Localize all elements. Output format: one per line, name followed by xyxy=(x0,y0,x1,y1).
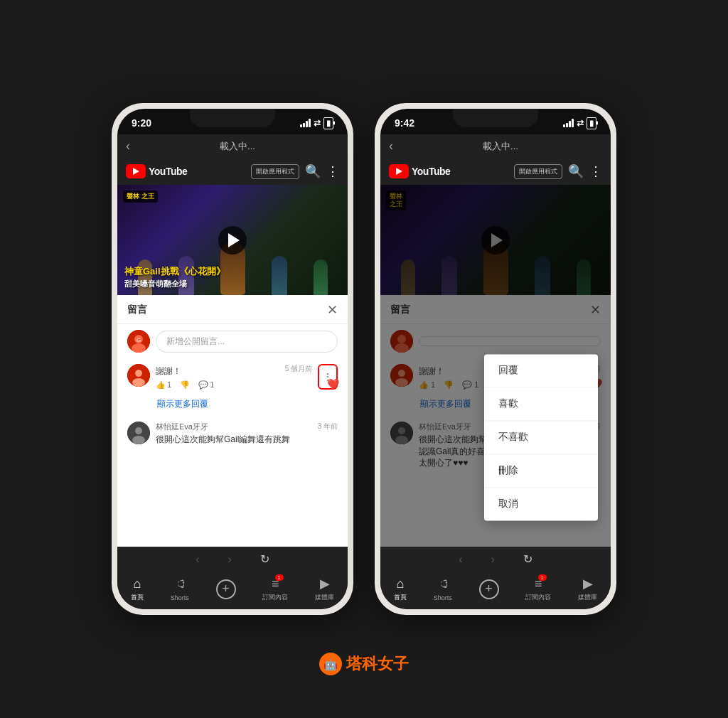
context-menu-reply[interactable]: 回覆 xyxy=(484,354,598,387)
svg-point-6 xyxy=(132,378,145,387)
browser-bar-right: ‹ 載入中... xyxy=(380,134,611,158)
close-comments-left[interactable]: ✕ xyxy=(327,302,338,318)
nav-library-right[interactable]: ▶ 媒體庫 xyxy=(578,576,597,602)
comment-time-1-left: 5 個月前 xyxy=(285,364,312,374)
comment-text-2-left: 很開心這次能夠幫Gail編舞還有跳舞 xyxy=(156,434,338,446)
watermark: 🤖 塔科女子 xyxy=(319,653,409,675)
comment-avatar-1-left xyxy=(127,364,150,387)
show-more-replies-left[interactable]: 顯示更多回覆 xyxy=(117,395,348,416)
play-icon-left xyxy=(133,168,139,175)
comment-item-2-left: 林怡廷Eva牙牙 3 年前 很開心這次能夠幫Gail編舞還有跳舞 xyxy=(117,416,348,451)
play-icon-right xyxy=(396,168,402,175)
show-logo-right: 聲林之王 xyxy=(386,191,406,210)
reply-action-left[interactable]: 💬 1 xyxy=(198,380,214,390)
nav-home-label-right: 首頁 xyxy=(394,593,407,602)
browser-forward-right[interactable]: › xyxy=(491,553,495,566)
svg-point-8 xyxy=(135,427,142,434)
status-time-left: 9:20 xyxy=(132,117,151,129)
video-area-right: 聲林之王 xyxy=(380,185,611,295)
browser-refresh-right[interactable]: ↻ xyxy=(523,552,532,566)
comments-section-left: 留言 ✕ G 新增公開留言... xyxy=(117,295,348,547)
subscription-badge-right: 1 xyxy=(538,574,547,581)
bottom-nav-right: ⌂ 首頁 Shorts + ≡ 1 訂閱內容 xyxy=(380,572,611,609)
comment-body-2-left: 林怡廷Eva牙牙 3 年前 很開心這次能夠幫Gail編舞還有跳舞 xyxy=(156,422,338,446)
search-icon-right[interactable]: 🔍 xyxy=(568,164,584,179)
library-icon-right: ▶ xyxy=(583,576,593,591)
shorts-icon-left xyxy=(173,577,186,593)
context-menu-dislike[interactable]: 不喜歡 xyxy=(484,421,598,454)
phone-right-screen: 9:42 ⇄ ▮ ‹ 載入 xyxy=(380,109,611,609)
shorts-icon-right xyxy=(437,577,449,593)
back-button-right[interactable]: ‹ xyxy=(389,139,393,154)
yt-logo-left: YouTube xyxy=(126,164,187,178)
subscriptions-icon-left: ≡ 1 xyxy=(272,577,279,591)
more-icon-left[interactable]: ⋮ xyxy=(326,164,339,179)
browser-back-left[interactable]: ‹ xyxy=(196,553,199,566)
nav-home-left[interactable]: ⌂ 首頁 xyxy=(131,577,144,602)
comments-header-left: 留言 ✕ xyxy=(117,295,348,324)
browser-back-right[interactable]: ‹ xyxy=(459,553,462,566)
battery-icon-left: ▮ xyxy=(323,117,333,129)
comment-item-1-left: 5 個月前 謝謝！ 👍 1 👎 💬 1 ⋮ ❤️ xyxy=(117,358,348,395)
play-button-left[interactable] xyxy=(218,226,247,254)
nav-library-left[interactable]: ▶ 媒體庫 xyxy=(315,576,334,602)
nav-subscriptions-label-right: 訂閱內容 xyxy=(525,593,551,602)
subscription-badge-left: 1 xyxy=(275,574,284,581)
nav-subscriptions-left[interactable]: ≡ 1 訂閱內容 xyxy=(262,577,288,602)
comment-input-left[interactable]: 新增公開留言... xyxy=(156,331,338,353)
phone-notch-left xyxy=(190,109,275,127)
comment-author-2-left: 林怡廷Eva牙牙 3 年前 xyxy=(156,422,338,432)
browser-forward-left[interactable]: › xyxy=(228,553,232,566)
char-figure-3 xyxy=(272,256,287,295)
user-avatar-left: G xyxy=(127,330,150,353)
add-icon-right: + xyxy=(479,579,499,599)
context-menu-like[interactable]: 喜歡 xyxy=(484,387,598,421)
nav-shorts-label-right: Shorts xyxy=(434,594,452,601)
play-triangle-left xyxy=(228,233,240,247)
video-area-left: 聲林 之王 神童Gail挑戰《心花開》 甜 xyxy=(117,185,348,295)
yt-header-right: YouTube 開啟應用程式 🔍 ⋮ xyxy=(380,158,611,185)
browser-refresh-left[interactable]: ↻ xyxy=(260,552,269,566)
yt-logo-right: YouTube xyxy=(389,164,450,178)
nav-home-right[interactable]: ⌂ 首頁 xyxy=(394,577,407,602)
library-icon-left: ▶ xyxy=(320,576,330,591)
watermark-text: 塔科女子 xyxy=(346,653,409,675)
phone-left: 9:20 ⇄ ▮ ‹ 載入 xyxy=(112,103,353,615)
browser-nav-right: ‹ › ↻ xyxy=(380,547,611,572)
context-menu-delete[interactable]: 刪除 xyxy=(484,454,598,488)
play-button-right[interactable] xyxy=(481,226,510,254)
status-icons-left: ⇄ ▮ xyxy=(300,117,333,129)
phone-notch-right xyxy=(453,109,538,127)
more-icon-right[interactable]: ⋮ xyxy=(589,164,602,179)
context-menu-right: 回覆 喜歡 不喜歡 刪除 取消 xyxy=(484,354,598,520)
open-app-button-right[interactable]: 開啟應用程式 xyxy=(514,164,562,179)
status-icons-right: ⇄ ▮ xyxy=(563,117,596,129)
context-menu-cancel[interactable]: 取消 xyxy=(484,488,598,520)
signal-icon-right xyxy=(563,119,574,127)
add-comment-row-left: G 新增公開留言... xyxy=(117,324,348,358)
nav-add-left[interactable]: + xyxy=(216,579,236,599)
like-action-left[interactable]: 👍 1 xyxy=(156,380,171,390)
char-figure-4 xyxy=(314,259,328,295)
phone-left-screen: 9:20 ⇄ ▮ ‹ 載入 xyxy=(117,109,348,609)
svg-point-5 xyxy=(135,370,142,377)
browser-nav-left: ‹ › ↻ xyxy=(117,547,348,572)
battery-icon-right: ▮ xyxy=(587,117,596,129)
nav-add-right[interactable]: + xyxy=(479,579,499,599)
youtube-text-left: YouTube xyxy=(149,166,187,177)
nav-shorts-right[interactable]: Shorts xyxy=(434,577,452,601)
open-app-button-left[interactable]: 開啟應用程式 xyxy=(251,164,299,179)
svg-text:G: G xyxy=(136,337,141,343)
search-icon-left[interactable]: 🔍 xyxy=(305,164,321,179)
nav-shorts-left[interactable]: Shorts xyxy=(171,577,189,601)
nav-subscriptions-right[interactable]: ≡ 1 訂閱內容 xyxy=(525,577,551,602)
subscriptions-icon-right: ≡ 1 xyxy=(535,577,542,591)
comment-avatar-2-left xyxy=(127,422,150,444)
video-bg-left: 聲林 之王 神童Gail挑戰《心花開》 甜 xyxy=(117,185,348,295)
dislike-action-left[interactable]: 👎 xyxy=(180,380,190,390)
comment-actions-1-left: 👍 1 👎 💬 1 xyxy=(156,380,312,390)
nav-home-label-left: 首頁 xyxy=(131,593,144,602)
watermark-icon: 🤖 xyxy=(319,653,342,675)
status-time-right: 9:42 xyxy=(395,117,414,129)
back-button-left[interactable]: ‹ xyxy=(126,139,130,154)
